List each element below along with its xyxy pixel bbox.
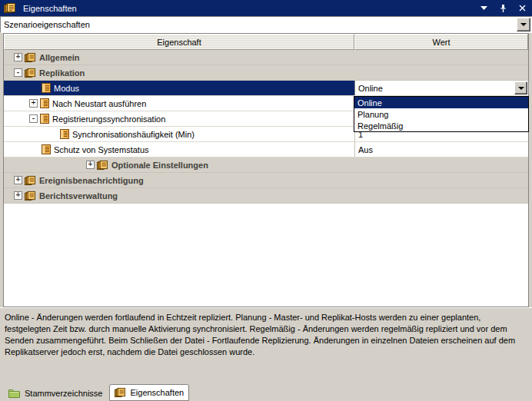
row-value (354, 157, 528, 172)
tab-eigenschaften[interactable]: Eigenschaften (109, 384, 189, 401)
pin-button[interactable] (497, 3, 509, 14)
modus-dropdown-list: Online Planung Regelmäßig (354, 96, 529, 132)
property-description: Online - Änderungen werden fortlaufend i… (0, 307, 532, 382)
table-row[interactable]: + Optionale Einstellungen (4, 157, 528, 173)
window-menu-button[interactable] (477, 3, 490, 14)
column-header-property[interactable]: Eigenschaft (4, 34, 354, 50)
close-button[interactable] (516, 3, 528, 14)
papers-icon (25, 191, 36, 201)
table-row[interactable]: + Berichtsverwaltung (4, 188, 528, 204)
row-value (354, 50, 528, 65)
modus-combobox[interactable]: Online (354, 81, 528, 95)
table-row[interactable]: + Allgemein (4, 50, 528, 65)
papers-icon (25, 68, 36, 78)
chevron-down-icon (520, 23, 527, 26)
row-label: Berichtsverwaltung (39, 191, 118, 200)
row-label: Modus (54, 84, 79, 93)
scenario-selector-value: Szenarioeigenschaften (1, 17, 516, 32)
property-form-icon (60, 129, 69, 139)
titlebar: Eigenschaften (0, 0, 532, 16)
expand-toggle[interactable]: + (14, 176, 22, 184)
tab-stammverzeichnisse[interactable]: Stammverzeichnisse (4, 386, 107, 401)
folder-icon (8, 389, 21, 399)
grid-header: Eigenschaft Wert (4, 34, 528, 50)
expand-toggle[interactable]: + (14, 53, 22, 61)
collapse-toggle[interactable]: - (29, 114, 38, 123)
row-value (354, 65, 528, 80)
row-label: Synchronisationshäufigkeit (Min) (72, 130, 195, 139)
grid-empty-area (4, 204, 528, 307)
expand-toggle[interactable]: + (14, 191, 22, 200)
expand-toggle[interactable]: + (29, 99, 38, 108)
row-label: Ereignisbenachrichtigung (39, 176, 144, 185)
row-label: Replikation (39, 68, 85, 78)
modus-combobox-value: Online (355, 81, 514, 95)
table-row[interactable]: - Replikation (4, 65, 528, 81)
property-grid: Eigenschaft Wert + Allgemein - (3, 33, 529, 307)
pin-icon (499, 4, 507, 13)
table-row[interactable]: Schutz von Systemstatus Aus (4, 142, 528, 157)
properties-panel: Eigenschaften Szenarioeigenschaften Eige… (0, 0, 532, 401)
chevron-down-icon (518, 87, 524, 90)
scenario-selector[interactable]: Szenarioeigenschaften (0, 16, 532, 33)
row-label: Schutz von Systemstatus (54, 145, 149, 154)
papers-icon (115, 387, 126, 398)
row-label: Registrierungssynchronisation (52, 114, 165, 124)
scenario-dropdown-button[interactable] (517, 18, 530, 31)
property-form-icon (40, 114, 49, 124)
papers-icon (25, 175, 36, 186)
tab-label: Eigenschaften (130, 388, 184, 397)
chevron-down-icon (480, 6, 487, 10)
row-label: Allgemein (39, 53, 80, 62)
dropdown-option-online[interactable]: Online (354, 97, 528, 108)
papers-icon (4, 2, 16, 14)
panel-title: Eigenschaften (23, 4, 470, 13)
row-label: Optionale Einstellungen (111, 161, 208, 170)
row-value (354, 173, 528, 187)
table-row-modus[interactable]: Modus Online (4, 81, 528, 96)
papers-icon (25, 52, 36, 63)
papers-icon (97, 160, 108, 171)
table-row[interactable]: + Ereignisbenachrichtigung (4, 173, 528, 188)
property-form-icon (42, 83, 51, 93)
property-form-icon (40, 98, 49, 108)
expand-toggle[interactable]: + (86, 161, 95, 169)
row-value: Aus (354, 142, 528, 157)
grid-frame: Eigenschaft Wert + Allgemein - (0, 33, 532, 307)
dropdown-option-planung[interactable]: Planung (354, 108, 528, 120)
row-value (354, 188, 528, 203)
dropdown-option-regelmaessig[interactable]: Regelmäßig (354, 120, 528, 131)
modus-dropdown-button[interactable] (514, 81, 527, 94)
property-form-icon (42, 144, 51, 154)
row-label: Nach Neustart ausführen (52, 99, 146, 108)
close-icon (519, 5, 526, 12)
column-header-value[interactable]: Wert (354, 34, 528, 50)
bottom-tabbar: Stammverzeichnisse Eigenschaften (0, 382, 532, 401)
tab-label: Stammverzeichnisse (25, 389, 102, 398)
collapse-toggle[interactable]: - (14, 68, 22, 77)
